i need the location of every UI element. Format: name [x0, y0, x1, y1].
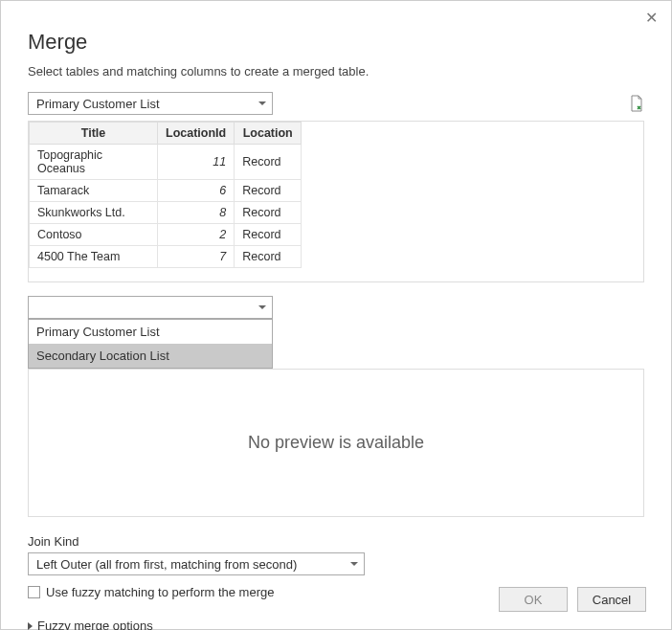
fuzzy-matching-checkbox[interactable]	[28, 586, 40, 598]
primary-table-select-value: Primary Customer List	[36, 97, 258, 111]
table-row[interactable]: 4500 The Team 7 Record	[30, 246, 302, 268]
chevron-down-icon	[258, 305, 266, 309]
chevron-down-icon	[350, 562, 358, 566]
cell-title: Tamarack	[30, 180, 158, 202]
cell-locationid: 6	[158, 180, 235, 202]
cell-locationid: 11	[158, 145, 235, 180]
fuzzy-matching-label: Use fuzzy matching to perform the merge	[46, 585, 274, 599]
join-kind-select[interactable]: Left Outer (all from first, matching fro…	[28, 552, 365, 575]
primary-table-preview: Title LocationId Location Topographic Oc…	[28, 121, 644, 282]
cell-locationid: 2	[158, 224, 235, 246]
column-header-locationid[interactable]: LocationId	[158, 123, 235, 145]
secondary-table-dropdown: Primary Customer List Secondary Location…	[28, 319, 273, 369]
cell-location: Record	[235, 180, 302, 202]
ok-button[interactable]: OK	[499, 587, 568, 612]
fuzzy-options-label: Fuzzy merge options	[37, 619, 153, 630]
column-header-location[interactable]: Location	[235, 123, 302, 145]
chevron-right-icon	[28, 622, 33, 630]
cell-locationid: 8	[158, 202, 235, 224]
no-preview-message: No preview is available	[248, 433, 424, 453]
primary-table-select[interactable]: Primary Customer List	[28, 92, 273, 115]
cell-title: 4500 The Team	[30, 246, 158, 268]
cell-locationid: 7	[158, 246, 235, 268]
cell-location: Record	[235, 145, 302, 180]
table-row[interactable]: Topographic Oceanus 11 Record	[30, 145, 302, 180]
cell-title: Topographic Oceanus	[30, 145, 158, 180]
cancel-button[interactable]: Cancel	[577, 587, 646, 612]
join-kind-value: Left Outer (all from first, matching fro…	[36, 557, 297, 572]
chevron-down-icon	[258, 101, 266, 105]
table-row[interactable]: Tamarack 6 Record	[30, 180, 302, 202]
cell-location: Record	[235, 246, 302, 268]
merge-dialog: ✕ Merge Select tables and matching colum…	[0, 0, 672, 630]
close-icon[interactable]: ✕	[645, 11, 658, 26]
column-header-title[interactable]: Title	[30, 123, 158, 145]
cell-title: Contoso	[30, 224, 158, 246]
secondary-table-preview: No preview is available	[28, 369, 644, 517]
table-options-icon[interactable]	[629, 95, 644, 112]
dialog-title: Merge	[28, 30, 644, 55]
cell-title: Skunkworks Ltd.	[30, 202, 158, 224]
join-kind-label: Join Kind	[28, 534, 644, 549]
dropdown-option[interactable]: Primary Customer List	[29, 320, 272, 344]
fuzzy-options-expander[interactable]: Fuzzy merge options	[28, 619, 644, 630]
dropdown-option[interactable]: Secondary Location List	[29, 344, 272, 368]
secondary-table-select[interactable]: Primary Customer List Secondary Location…	[28, 296, 273, 319]
cell-location: Record	[235, 224, 302, 246]
cell-location: Record	[235, 202, 302, 224]
table-row[interactable]: Contoso 2 Record	[30, 224, 302, 246]
dialog-subtitle: Select tables and matching columns to cr…	[28, 64, 644, 79]
table-row[interactable]: Skunkworks Ltd. 8 Record	[30, 202, 302, 224]
primary-data-table: Title LocationId Location Topographic Oc…	[29, 122, 302, 268]
